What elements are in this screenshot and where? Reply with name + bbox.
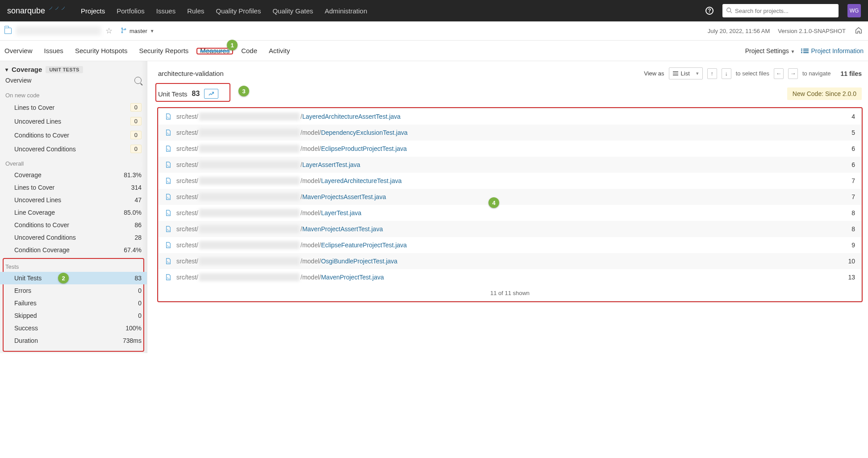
chevron-down-icon: ▾: [5, 67, 8, 73]
sidebar-metric-skipped[interactable]: Skipped0: [5, 309, 142, 322]
tab-security-hotspots[interactable]: Security Hotspots: [75, 42, 128, 60]
project-version: Version 2.1.0-SNAPSHOT: [778, 28, 846, 34]
path-redacted: [199, 129, 300, 137]
sidebar-metric-condition-coverage[interactable]: Condition Coverage67.4%: [5, 244, 142, 256]
list-icon: [803, 49, 809, 53]
analysis-timestamp: July 20, 2022, 11:56 AM: [708, 28, 770, 34]
help-icon[interactable]: ?: [705, 7, 714, 15]
path-redacted: [199, 112, 300, 121]
project-icon: [4, 28, 12, 34]
path-redacted: [199, 257, 300, 265]
tab-code[interactable]: Code: [241, 42, 257, 60]
sidebar-metric-line-coverage[interactable]: Line Coverage85.0%: [5, 206, 142, 219]
chevron-down-icon: ▼: [791, 49, 795, 54]
svg-point-2: [121, 28, 123, 29]
sidebar-metric-uncovered-conditions[interactable]: Uncovered Conditions28: [5, 231, 142, 244]
sidebar-metric-conditions-to-cover[interactable]: Conditions to Cover0: [5, 128, 142, 142]
path-redacted: [199, 177, 300, 185]
sidebar-metric-unit-tests[interactable]: Unit Tests832: [0, 272, 147, 284]
annotation-box: [196, 48, 233, 54]
select-files-hint: to select files: [736, 70, 769, 77]
path-redacted: [199, 161, 300, 169]
arrow-down-key[interactable]: ↓: [722, 68, 731, 79]
topnav-item-issues[interactable]: Issues: [156, 7, 175, 15]
main-layout: ▾ Coverage UNIT TESTS Overview On new co…: [0, 61, 868, 353]
new-code-badge: New Code: Since 2.0.0: [787, 87, 862, 100]
measures-content: architecture-validation View as List ↑ ↓…: [147, 61, 868, 353]
search-icon[interactable]: [134, 77, 142, 84]
annotation-callout-3: 3: [238, 86, 249, 96]
branch-selector[interactable]: master ▼: [121, 27, 154, 35]
project-settings-dropdown[interactable]: Project Settings ▼: [745, 47, 795, 54]
svg-point-3: [121, 32, 123, 33]
project-header: ☆ master ▼ July 20, 2022, 11:56 AM Versi…: [0, 21, 868, 41]
sidebar-metric-lines-to-cover[interactable]: Lines to Cover0: [5, 100, 142, 114]
path-redacted: [199, 145, 300, 153]
topnav-item-projects[interactable]: Projects: [81, 7, 105, 15]
project-tabs: OverviewIssuesSecurity HotspotsSecurity …: [0, 41, 868, 61]
sidebar-metric-uncovered-conditions[interactable]: Uncovered Conditions0: [5, 142, 142, 156]
path-redacted: [199, 209, 300, 217]
global-search[interactable]: [722, 4, 839, 17]
annotation-box: [155, 83, 230, 102]
viewas-label: View as: [644, 70, 664, 77]
topnav-item-quality-gates[interactable]: Quality Gates: [272, 7, 313, 15]
user-avatar[interactable]: WG: [847, 4, 861, 17]
sidebar-metric-conditions-to-cover[interactable]: Conditions to Cover86: [5, 219, 142, 231]
arrow-left-key[interactable]: ←: [774, 68, 784, 79]
sidebar-metric-success[interactable]: Success100%: [5, 322, 142, 334]
search-icon: [726, 7, 732, 15]
path-redacted: [199, 273, 300, 281]
tab-security-reports[interactable]: Security Reports: [139, 42, 188, 60]
sidebar-domain-label: Coverage: [12, 66, 42, 73]
logo[interactable]: sonarqube ⟋⟋⟋: [7, 6, 67, 16]
sidebar-metric-lines-to-cover[interactable]: Lines to Cover314: [5, 181, 142, 194]
measures-sidebar: ▾ Coverage UNIT TESTS Overview On new co…: [0, 61, 147, 353]
chevron-down-icon: ▼: [150, 29, 154, 33]
path-redacted: [199, 225, 300, 233]
sidebar-header[interactable]: ▾ Coverage UNIT TESTS: [5, 66, 142, 73]
sidebar-metric-uncovered-lines[interactable]: Uncovered Lines47: [5, 194, 142, 206]
annotation-callout-4: 4: [488, 197, 499, 208]
top-navigation: sonarqube ⟋⟋⟋ ProjectsPortfoliosIssuesRu…: [0, 0, 868, 21]
branch-name: master: [129, 28, 147, 34]
annotation-callout-2: 2: [58, 273, 69, 283]
tab-activity[interactable]: Activity: [269, 42, 290, 60]
home-icon[interactable]: [855, 26, 863, 36]
on-new-code-label: On new code: [5, 87, 142, 100]
topnav-item-quality-profiles[interactable]: Quality Profiles: [216, 7, 261, 15]
sidebar-metric-duration[interactable]: Duration738ms: [5, 334, 142, 347]
topnav-item-rules[interactable]: Rules: [187, 7, 204, 15]
logo-wave-icon: ⟋⟋⟋: [48, 4, 67, 12]
svg-point-0: [727, 8, 731, 12]
sidebar-metric-failures[interactable]: Failures0: [5, 297, 142, 309]
arrow-right-key[interactable]: →: [788, 68, 798, 79]
metric-badge: UNIT TESTS: [46, 66, 83, 73]
favorite-star-icon[interactable]: ☆: [105, 26, 113, 36]
sidebar-metric-uncovered-lines[interactable]: Uncovered Lines0: [5, 114, 142, 128]
list-icon: [673, 71, 678, 75]
navigate-hint: to navigate: [802, 70, 831, 77]
path-redacted: [199, 241, 300, 249]
view-controls: View as List ↑ ↓ to select files ← → to …: [644, 67, 862, 79]
sidebar-metric-coverage[interactable]: Coverage81.3%: [5, 169, 142, 181]
logo-text: sonarqube: [7, 6, 45, 16]
viewas-select[interactable]: List: [669, 67, 703, 79]
file-count: 11 files: [841, 70, 862, 77]
branch-icon: [121, 27, 127, 35]
sidebar-overview-link[interactable]: Overview: [5, 77, 31, 84]
topnav-item-administration[interactable]: Administration: [325, 7, 367, 15]
arrow-up-key[interactable]: ↑: [707, 68, 717, 79]
tab-overview[interactable]: Overview: [4, 42, 33, 60]
path-redacted: [199, 193, 300, 201]
tab-issues[interactable]: Issues: [44, 42, 63, 60]
svg-line-1: [730, 11, 732, 13]
topnav-item-portfolios[interactable]: Portfolios: [117, 7, 145, 15]
breadcrumb[interactable]: architecture-validation: [158, 70, 224, 77]
sidebar-metric-errors[interactable]: Errors0: [5, 284, 142, 297]
annotation-callout-1: 1: [227, 40, 238, 50]
project-name-redacted: [16, 26, 101, 35]
search-input[interactable]: [735, 8, 835, 14]
overall-label: Overall: [5, 156, 142, 169]
project-information-link[interactable]: Project Information: [803, 47, 864, 54]
